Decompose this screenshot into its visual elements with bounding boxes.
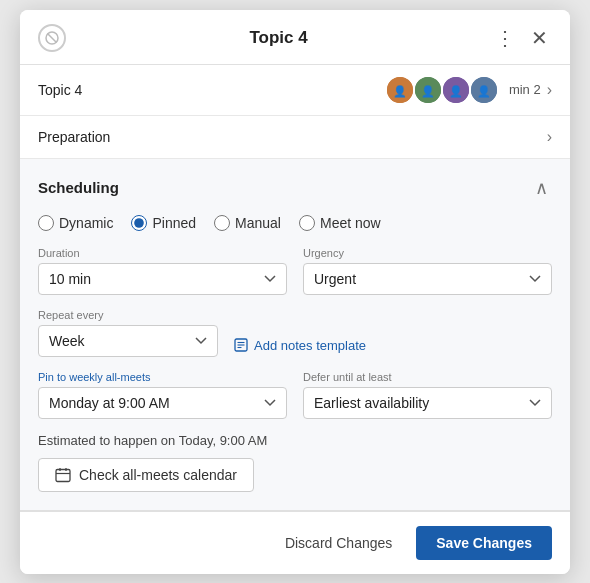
radio-meet-now-label: Meet now [320,215,381,231]
close-button[interactable]: ✕ [527,24,552,52]
topic-row-left: Topic 4 [38,82,82,98]
radio-meet-now-input[interactable] [299,215,315,231]
radio-manual-label: Manual [235,215,281,231]
avatar-1: 👤 [387,77,413,103]
avatar-3: 👤 [443,77,469,103]
defer-field: Defer until at least Earliest availabili… [303,371,552,419]
scheduling-collapse-button[interactable]: ∧ [531,175,552,201]
modal-header: Topic 4 ⋮ ✕ [20,10,570,65]
duration-label: Duration [38,247,287,259]
radio-meet-now[interactable]: Meet now [299,215,381,231]
radio-dynamic-input[interactable] [38,215,54,231]
svg-text:👤: 👤 [477,84,491,98]
svg-text:👤: 👤 [393,84,407,98]
radio-dynamic[interactable]: Dynamic [38,215,113,231]
more-options-button[interactable]: ⋮ [491,24,519,52]
no-access-icon [38,24,66,52]
repeat-field: Repeat every Week Day Two weeks Month [38,309,218,357]
scheduling-header: Scheduling ∧ [38,175,552,201]
svg-line-1 [48,33,57,42]
pin-defer-row: Pin to weekly all-meets Monday at 9:00 A… [38,371,552,419]
pin-field: Pin to weekly all-meets Monday at 9:00 A… [38,371,287,419]
scheduling-section: Scheduling ∧ Dynamic Pinned Manual Meet … [20,159,570,511]
radio-manual-input[interactable] [214,215,230,231]
duration-urgency-row: Duration 10 min 5 min 15 min 20 min 30 m… [38,247,552,295]
svg-text:👤: 👤 [421,84,435,98]
svg-text:👤: 👤 [449,84,463,98]
topic-row[interactable]: Topic 4 👤 👤 👤 👤 min 2 › [20,65,570,116]
svg-rect-14 [56,469,70,481]
topic-row-right: 👤 👤 👤 👤 min 2 › [387,77,552,103]
save-changes-button[interactable]: Save Changes [416,526,552,560]
add-notes-button[interactable]: Add notes template [234,338,366,353]
urgency-select[interactable]: Urgent High Medium Low [303,263,552,295]
urgency-label: Urgency [303,247,552,259]
radio-pinned[interactable]: Pinned [131,215,196,231]
modal: Topic 4 ⋮ ✕ Topic 4 👤 👤 👤 👤 [20,10,570,574]
repeat-label: Repeat every [38,309,218,321]
check-calendar-button[interactable]: Check all-meets calendar [38,458,254,492]
header-icons: ⋮ ✕ [491,24,552,52]
left-spacer [38,24,66,52]
preparation-row-left: Preparation [38,129,110,145]
radio-manual[interactable]: Manual [214,215,281,231]
estimated-text: Estimated to happen on Today, 9:00 AM [38,433,552,448]
scheduling-radio-group: Dynamic Pinned Manual Meet now [38,215,552,231]
preparation-label: Preparation [38,129,110,145]
defer-label: Defer until at least [303,371,552,383]
repeat-select[interactable]: Week Day Two weeks Month [38,325,218,357]
check-calendar-label: Check all-meets calendar [79,467,237,483]
radio-pinned-input[interactable] [131,215,147,231]
avatar-2: 👤 [415,77,441,103]
discard-changes-button[interactable]: Discard Changes [273,527,404,559]
preparation-row[interactable]: Preparation › [20,116,570,159]
duration-field: Duration 10 min 5 min 15 min 20 min 30 m… [38,247,287,295]
repeat-row: Repeat every Week Day Two weeks Month Ad… [38,309,552,357]
pin-label-link[interactable]: Pin to weekly all-meets [38,371,287,383]
urgency-field: Urgency Urgent High Medium Low [303,247,552,295]
min-label: min 2 [509,82,541,97]
avatar-group: 👤 👤 👤 👤 [387,77,497,103]
modal-footer: Discard Changes Save Changes [20,511,570,574]
scheduling-title: Scheduling [38,179,119,196]
topic-label: Topic 4 [38,82,82,98]
pin-select[interactable]: Monday at 9:00 AM Tuesday at 9:00 AM Wed… [38,387,287,419]
radio-dynamic-label: Dynamic [59,215,113,231]
calendar-icon [55,467,71,483]
modal-title: Topic 4 [66,28,491,48]
defer-select[interactable]: Earliest availability 1 day 2 days 3 day… [303,387,552,419]
preparation-chevron-icon: › [547,128,552,146]
avatar-4: 👤 [471,77,497,103]
duration-select[interactable]: 10 min 5 min 15 min 20 min 30 min [38,263,287,295]
radio-pinned-label: Pinned [152,215,196,231]
notes-icon [234,338,248,352]
topic-chevron-icon: › [547,81,552,99]
add-notes-label: Add notes template [254,338,366,353]
